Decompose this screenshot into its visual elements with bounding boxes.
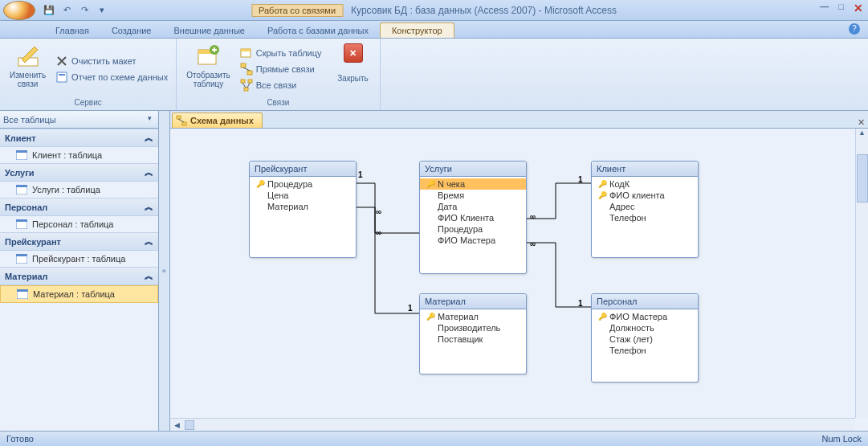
maximize-button[interactable]: □ [838, 2, 844, 14]
nav-section-material[interactable]: Материал︽ [0, 267, 158, 285]
nav-pane-header[interactable]: Все таблицы ▾ [0, 111, 158, 129]
field-procedura[interactable]: 🔑Процедура [250, 178, 356, 190]
tab-create[interactable]: Создание [100, 23, 163, 38]
navigation-pane: Все таблицы ▾ Клиент︽ Клиент : таблица У… [0, 111, 159, 431]
field-postavshik[interactable]: Поставщик [420, 333, 526, 345]
cardinality-many: ∞ [530, 212, 536, 221]
chevron-up-icon: ︽ [145, 270, 153, 282]
svg-rect-7 [241, 49, 251, 51]
cardinality-one: 1 [578, 175, 583, 184]
clear-layout-button[interactable]: Очистить макет [54, 54, 169, 68]
field-proizvoditel[interactable]: Производитель [420, 322, 526, 333]
table-material[interactable]: Материал 🔑Материал Производитель Поставщ… [419, 293, 527, 374]
doc-tab-schema[interactable]: Схема данных [172, 113, 263, 128]
doc-tab-close-button[interactable]: ✕ [858, 117, 865, 128]
qat-dropdown-icon[interactable]: ▾ [95, 3, 109, 18]
nav-item-preiskurant-table[interactable]: Прейскурант : таблица [0, 251, 158, 267]
field-data[interactable]: Дата [420, 201, 526, 212]
relationships-canvas[interactable]: 1 ∞ ∞ 1 ∞ 1 ∞ 1 Прейскурант 🔑Процедура Ц… [170, 129, 868, 431]
x-icon [55, 55, 68, 68]
nav-item-klient-table[interactable]: Клиент : таблица [0, 147, 158, 163]
field-kodk[interactable]: 🔑КодК [592, 178, 698, 190]
save-icon[interactable]: 💾 [42, 3, 56, 18]
context-tab-label: Работа со связями [251, 4, 343, 17]
nav-item-personal-table[interactable]: Персонал : таблица [0, 216, 158, 232]
office-button[interactable] [3, 1, 35, 20]
nav-section-preiskurant[interactable]: Прейскурант︽ [0, 232, 158, 251]
close-relationships-button[interactable]: ✕ Закрыть [333, 42, 373, 96]
field-material[interactable]: Материал [250, 201, 356, 212]
scroll-left-icon[interactable]: ◀ [170, 421, 183, 429]
nav-section-klient[interactable]: Клиент︽ [0, 129, 158, 147]
table-icon [16, 150, 27, 160]
svg-rect-18 [16, 219, 27, 222]
field-n-cheka[interactable]: 🔑N чека [420, 178, 526, 190]
relationship-report-button[interactable]: Отчет по схеме данных [54, 70, 169, 84]
vertical-scrollbar[interactable]: ▲ [855, 129, 868, 418]
cardinality-one: 1 [408, 304, 413, 313]
ribbon-group-tools: Изменить связи Очистить макет Отчет по с… [0, 39, 177, 110]
help-icon[interactable]: ? [849, 23, 860, 35]
scroll-up-icon[interactable]: ▲ [856, 129, 868, 141]
undo-icon[interactable]: ↶ [59, 3, 74, 18]
field-fio-klienta[interactable]: 🔑ФИО клиента [592, 190, 698, 201]
all-relationships-button[interactable]: Все связи [238, 78, 324, 92]
nav-dropdown-icon[interactable]: ▾ [144, 114, 155, 125]
status-bar: Готово Num Lock [0, 431, 868, 446]
edit-relationships-button[interactable]: Изменить связи [6, 42, 49, 96]
workspace: Все таблицы ▾ Клиент︽ Клиент : таблица У… [0, 111, 868, 431]
nav-section-uslugi[interactable]: Услуги︽ [0, 163, 158, 182]
field-adres[interactable]: Адрес [592, 201, 698, 212]
hide-table-button[interactable]: Скрыть таблицу [238, 46, 324, 60]
ribbon-tab-strip: Главная Создание Внешние данные Работа с… [0, 21, 868, 39]
tab-database-tools[interactable]: Работа с базами данных [256, 23, 380, 38]
table-title: Персонал [592, 294, 698, 309]
table-klient[interactable]: Клиент 🔑КодК 🔑ФИО клиента Адрес Телефон [591, 161, 699, 258]
title-bar: 💾 ↶ ↷ ▾ Работа со связями Курсовик БД : … [0, 0, 868, 21]
ribbon-group-title: Связи [183, 96, 373, 107]
field-dolzhnost[interactable]: Должность [592, 322, 698, 333]
show-table-button[interactable]: Отобразить таблицу [183, 42, 234, 96]
key-icon: 🔑 [426, 180, 434, 188]
field-fio-klienta[interactable]: ФИО Клиента [420, 212, 526, 223]
scroll-thumb[interactable] [857, 154, 868, 203]
minimize-button[interactable]: — [820, 2, 829, 14]
field-cena[interactable]: Цена [250, 190, 356, 201]
field-stazh[interactable]: Стаж (лет) [592, 333, 698, 345]
svg-rect-22 [17, 289, 28, 292]
tab-home[interactable]: Главная [44, 23, 100, 38]
close-window-button[interactable]: ✕ [854, 2, 863, 14]
field-fio-mastera[interactable]: 🔑ФИО Мастера [592, 311, 698, 322]
cardinality-one: 1 [578, 299, 583, 308]
table-preiskurant[interactable]: Прейскурант 🔑Процедура Цена Материал [249, 161, 357, 258]
horizontal-scrollbar[interactable]: ◀ [170, 418, 855, 431]
chevron-up-icon: ︽ [145, 166, 153, 178]
ribbon-group-title: Сервис [6, 96, 169, 107]
cardinality-many: ∞ [530, 239, 536, 248]
show-table-icon [195, 43, 221, 69]
field-procedura[interactable]: Процедура [420, 223, 526, 235]
document-tab-bar: Схема данных ✕ [170, 111, 868, 129]
field-vremya[interactable]: Время [420, 190, 526, 201]
tab-external-data[interactable]: Внешние данные [163, 23, 256, 38]
scroll-thumb[interactable] [185, 420, 194, 430]
field-telefon[interactable]: Телефон [592, 212, 698, 223]
nav-section-personal[interactable]: Персонал︽ [0, 198, 158, 216]
svg-rect-20 [16, 254, 27, 256]
document-area: Схема данных ✕ 1 ∞ ∞ 1 ∞ 1 ∞ 1 [170, 111, 868, 431]
direct-relationships-button[interactable]: Прямые связи [238, 62, 324, 76]
table-uslugi[interactable]: Услуги 🔑N чека Время Дата ФИО Клиента Пр… [419, 161, 527, 274]
nav-collapse-button[interactable]: « [159, 111, 170, 431]
field-material[interactable]: 🔑Материал [420, 311, 526, 322]
key-icon: 🔑 [256, 180, 264, 188]
field-telefon[interactable]: Телефон [592, 345, 698, 356]
table-personal[interactable]: Персонал 🔑ФИО Мастера Должность Стаж (ле… [591, 293, 699, 383]
nav-item-uslugi-table[interactable]: Услуги : таблица [0, 182, 158, 198]
table-title: Материал [420, 294, 526, 309]
table-icon [16, 219, 27, 229]
redo-icon[interactable]: ↷ [77, 3, 92, 18]
nav-item-material-table[interactable]: Материал : таблица [0, 285, 158, 303]
field-fio-mastera[interactable]: ФИО Мастера [420, 235, 526, 246]
tab-design[interactable]: Конструктор [380, 23, 454, 38]
svg-rect-23 [177, 116, 181, 119]
